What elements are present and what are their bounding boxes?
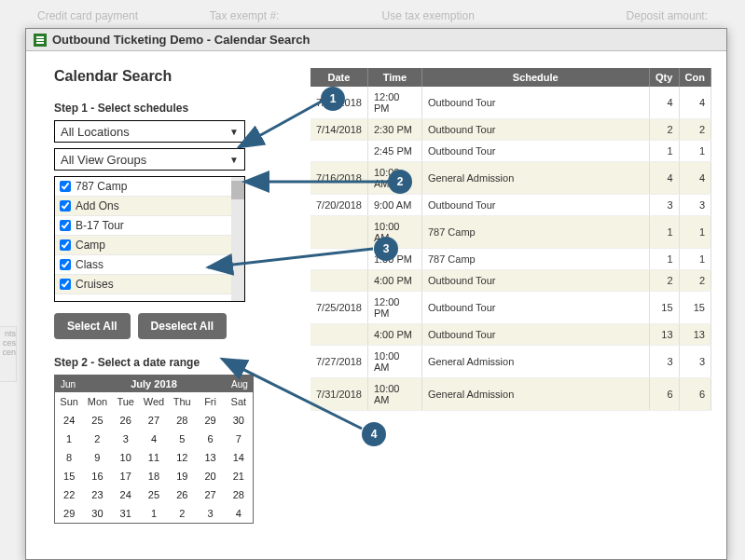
table-row[interactable]: 1:00 PM787 Camp11 <box>310 249 711 270</box>
page-heading: Calendar Search <box>54 68 255 85</box>
list-item-label: Class <box>76 258 103 271</box>
list-item-checkbox[interactable] <box>60 279 71 290</box>
cal-day[interactable]: 4 <box>140 430 168 448</box>
annotation-marker-3: 3 <box>374 237 398 261</box>
bg-tax-exempt: Tax exempt #: <box>210 9 364 22</box>
cal-day[interactable]: 2 <box>168 504 196 523</box>
scrollbar[interactable] <box>231 177 244 301</box>
table-row[interactable]: 7/25/201812:00 PMOutbound Tour1515 <box>310 292 711 324</box>
annotation-marker-4: 4 <box>362 422 386 446</box>
cal-day[interactable]: 29 <box>55 504 83 523</box>
col-qty: Qty <box>649 68 679 87</box>
cal-day[interactable]: 22 <box>55 485 83 504</box>
list-item-checkbox[interactable] <box>60 220 71 231</box>
list-item[interactable]: Class <box>55 255 231 275</box>
cal-day[interactable]: 24 <box>112 485 140 504</box>
cal-day[interactable]: 1 <box>140 504 168 523</box>
cal-day[interactable]: 19 <box>168 467 196 485</box>
list-item-checkbox[interactable] <box>60 239 71 251</box>
calendar[interactable]: Jun July 2018 Aug SunMonTueWedThuFriSat … <box>54 375 254 524</box>
cal-day[interactable]: 27 <box>196 485 224 504</box>
cal-day[interactable]: 5 <box>168 430 196 448</box>
cal-day[interactable]: 29 <box>196 411 224 430</box>
list-item-label: B-17 Tour <box>76 219 124 232</box>
cal-current-month: July 2018 <box>81 378 227 389</box>
cal-day[interactable]: 27 <box>140 411 168 430</box>
cal-day[interactable]: 26 <box>112 411 140 430</box>
cal-day[interactable]: 8 <box>55 448 83 467</box>
table-row[interactable]: 7/31/201810:00 AMGeneral Admission66 <box>310 378 711 411</box>
cal-day[interactable]: 6 <box>196 430 224 448</box>
table-row[interactable]: 7/12/201812:00 PMOutbound Tour44 <box>310 87 711 119</box>
cal-day[interactable]: 24 <box>55 411 83 430</box>
list-item-label: Cruises <box>76 278 114 291</box>
bg-tax-exemption: Use tax exemption <box>382 9 536 22</box>
cal-day-headers: SunMonTueWedThuFriSat <box>55 392 253 411</box>
list-item[interactable]: 787 Camp <box>55 177 231 197</box>
cal-day[interactable]: 7 <box>225 430 253 448</box>
view-groups-dropdown[interactable]: All View Groups ▼ <box>54 148 245 171</box>
cal-day[interactable]: 15 <box>55 467 83 485</box>
cal-day[interactable]: 10 <box>112 448 140 467</box>
cal-day[interactable]: 17 <box>112 467 140 485</box>
list-item-checkbox[interactable] <box>60 259 71 270</box>
table-row[interactable]: 4:00 PMOutbound Tour22 <box>310 270 711 292</box>
select-all-button[interactable]: Select All <box>54 313 131 339</box>
table-row[interactable]: 4:00 PMOutbound Tour1313 <box>310 324 711 346</box>
list-item[interactable]: Cruises <box>55 275 231 294</box>
scrollbar-thumb[interactable] <box>231 181 244 199</box>
cal-day[interactable]: 21 <box>225 467 253 485</box>
cal-day[interactable]: 12 <box>168 448 196 467</box>
app-icon <box>34 34 47 47</box>
cal-next-month[interactable]: Aug <box>227 379 253 389</box>
step1-label: Step 1 - Select schedules <box>54 102 255 115</box>
results-panel: Date Time Schedule Qty Con 7/12/201812:0… <box>255 68 711 557</box>
locations-dropdown-value: All Locations <box>61 125 130 139</box>
cal-day[interactable]: 18 <box>140 467 168 485</box>
locations-dropdown[interactable]: All Locations ▼ <box>54 120 245 143</box>
table-row[interactable]: 7/27/201810:00 AMGeneral Admission33 <box>310 346 711 378</box>
cal-day[interactable]: 3 <box>196 504 224 523</box>
cal-day[interactable]: 26 <box>168 485 196 504</box>
cal-day[interactable]: 13 <box>196 448 224 467</box>
list-item-checkbox[interactable] <box>60 181 71 192</box>
schedule-list: 787 CampAdd OnsB-17 TourCampClassCruises <box>54 176 245 302</box>
list-item[interactable]: Add Ons <box>55 197 231 216</box>
cal-prev-month[interactable]: Jun <box>55 379 81 389</box>
table-row[interactable]: 7/14/20182:30 PMOutbound Tour22 <box>310 119 711 141</box>
table-row[interactable]: 2:45 PMOutbound Tour11 <box>310 141 711 162</box>
cal-day[interactable]: 30 <box>83 504 111 523</box>
calendar-search-window: Outbound Ticketing Demo - Calendar Searc… <box>25 28 727 560</box>
col-date: Date <box>310 68 367 87</box>
cal-day[interactable]: 28 <box>168 411 196 430</box>
cal-day[interactable]: 4 <box>225 504 253 523</box>
cal-day[interactable]: 16 <box>83 467 111 485</box>
cal-day[interactable]: 2 <box>83 430 111 448</box>
col-time: Time <box>367 68 421 87</box>
cal-day[interactable]: 20 <box>196 467 224 485</box>
cal-day[interactable]: 28 <box>225 485 253 504</box>
cal-day[interactable]: 3 <box>112 430 140 448</box>
cal-day[interactable]: 1 <box>55 430 83 448</box>
table-row[interactable]: 10:00 AM787 Camp11 <box>310 216 711 249</box>
cal-day[interactable]: 11 <box>140 448 168 467</box>
cal-day[interactable]: 31 <box>112 504 140 523</box>
table-row[interactable]: 7/16/201810:00 AMGeneral Admission44 <box>310 162 711 195</box>
col-schedule: Schedule <box>421 68 649 87</box>
list-item-checkbox[interactable] <box>60 200 71 212</box>
left-panel: Calendar Search Step 1 - Select schedule… <box>54 68 255 557</box>
table-row[interactable]: 7/20/20189:00 AMOutbound Tour33 <box>310 195 711 216</box>
window-title: Outbound Ticketing Demo - Calendar Searc… <box>52 33 310 47</box>
cal-day[interactable]: 30 <box>225 411 253 430</box>
list-item[interactable]: B-17 Tour <box>55 216 231 236</box>
cal-day[interactable]: 25 <box>140 485 168 504</box>
cal-day[interactable]: 14 <box>225 448 253 467</box>
title-bar: Outbound Ticketing Demo - Calendar Searc… <box>26 29 726 51</box>
list-item[interactable]: Camp <box>55 236 231 255</box>
deselect-all-button[interactable]: Deselect All <box>138 313 228 339</box>
cal-day[interactable]: 9 <box>83 448 111 467</box>
cal-day[interactable]: 23 <box>83 485 111 504</box>
cal-day[interactable]: 25 <box>83 411 111 430</box>
annotation-marker-1: 1 <box>321 87 345 111</box>
view-groups-dropdown-value: All View Groups <box>61 153 146 167</box>
